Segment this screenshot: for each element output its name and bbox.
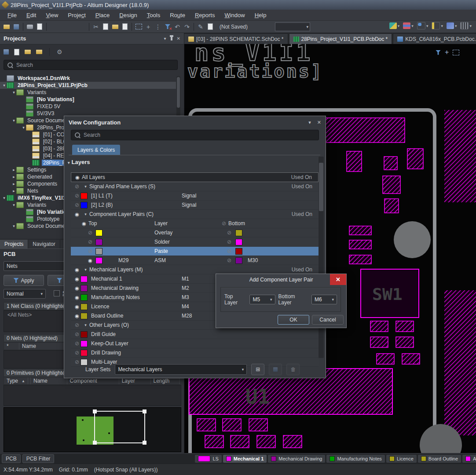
- save-icon[interactable]: [12, 22, 21, 31]
- layer-stack-icon[interactable]: [403, 22, 410, 29]
- tree-item[interactable]: FIXED 5V: [0, 103, 176, 110]
- color-swatch[interactable]: [81, 340, 88, 347]
- projects-search-input[interactable]: [15, 62, 165, 69]
- doc-tab-0[interactable]: [03] - 28PINS SCHEMATIC.SchDoc *: [184, 33, 288, 44]
- tree-item[interactable]: [No Variations]: [0, 96, 176, 103]
- eye-hidden-icon[interactable]: ⊘: [73, 348, 81, 357]
- menu-route[interactable]: Route: [165, 11, 190, 20]
- interactive-routing-icon[interactable]: [389, 22, 397, 29]
- layer-row-Drill Guide[interactable]: ⊘Drill Guide: [71, 330, 319, 339]
- measure-icon[interactable]: [432, 22, 440, 29]
- differential-pair-icon[interactable]: [417, 22, 425, 29]
- paste-array-icon[interactable]: [121, 22, 129, 31]
- doc-tab-2[interactable]: KDS_C6A816x_PCB.PcbDoc.htm: [393, 33, 476, 44]
- menu-place[interactable]: Place: [91, 11, 115, 20]
- browse-library-icon[interactable]: [206, 22, 215, 31]
- apply-button[interactable]: Apply: [4, 275, 44, 286]
- print-preview-icon[interactable]: [35, 22, 44, 31]
- add-layer-set-button[interactable]: ⊞: [251, 364, 264, 375]
- layer-row-Keep-Out Layer[interactable]: ⊘Keep-Out Layer: [71, 339, 319, 348]
- expand-arrow-icon[interactable]: ▾: [83, 210, 88, 219]
- eye-hidden-icon[interactable]: ⊘: [73, 339, 81, 348]
- zoom-in-icon[interactable]: [59, 22, 67, 31]
- layer-list-scrollbar-thumb[interactable]: [319, 163, 323, 211]
- prim-col-2[interactable]: Component: [67, 377, 119, 384]
- layer-row-Paste[interactable]: ⊘Paste⊘: [71, 247, 319, 256]
- layer-row-Solder[interactable]: ⊘Solder⊘: [71, 238, 319, 247]
- eye-visible-icon[interactable]: ◉: [73, 274, 81, 283]
- chevron-down-icon[interactable]: ▾: [398, 24, 400, 28]
- board-preview-viewport[interactable]: [94, 411, 145, 443]
- menu-project[interactable]: Project: [63, 11, 90, 20]
- expand-arrow-icon[interactable]: ▾: [2, 196, 7, 200]
- eye-hidden-icon[interactable]: ⊘: [87, 247, 94, 256]
- primitives-list[interactable]: [4, 385, 181, 406]
- menu-file[interactable]: File: [3, 11, 22, 20]
- copy-icon[interactable]: [101, 22, 110, 31]
- color-swatch[interactable]: [235, 230, 242, 236]
- color-swatch[interactable]: [81, 276, 88, 282]
- color-swatch[interactable]: [81, 202, 88, 208]
- ok-button[interactable]: OK: [278, 315, 309, 325]
- eye-hidden-icon[interactable]: ⊘: [220, 219, 227, 228]
- delete-layer-set-button[interactable]: 🗑: [286, 364, 300, 375]
- color-swatch[interactable]: [95, 257, 103, 264]
- eye-visible-icon[interactable]: ◉: [87, 256, 94, 265]
- eye-visible-icon[interactable]: ◉: [73, 210, 81, 219]
- expand-arrow-icon[interactable]: ▾: [83, 265, 88, 274]
- expand-arrow-icon[interactable]: ▸: [11, 182, 16, 186]
- eye-hidden-icon[interactable]: ⊘: [226, 238, 233, 246]
- layer-row-Drill Drawing[interactable]: ⊘Drill Drawing: [71, 348, 319, 358]
- layer-tab-mechanical-1[interactable]: Mechanical 1: [223, 455, 267, 463]
- eye-visible-icon[interactable]: ◉: [73, 311, 81, 320]
- save-layer-set-button[interactable]: [269, 364, 282, 375]
- color-swatch[interactable]: [95, 248, 103, 255]
- prim-col-0[interactable]: Type▲: [4, 377, 31, 384]
- panel-menu-icon[interactable]: ▾: [164, 36, 166, 41]
- layer-row-Component Layer Pairs (C)[interactable]: ◉▾Component Layer Pairs (C)Used On: [71, 210, 319, 219]
- panel-tab-navigator[interactable]: Navigator: [28, 240, 60, 248]
- tree-item[interactable]: ▾Variants: [0, 89, 176, 96]
- layer-sets-dropdown[interactable]: Mechanical Layers ▾: [115, 364, 247, 375]
- eye-hidden-icon[interactable]: ⊘: [226, 256, 233, 265]
- color-swatch[interactable]: [81, 331, 88, 338]
- color-swatch[interactable]: [235, 248, 242, 255]
- layer-row-All Layers[interactable]: ◉All LayersUsed On: [71, 172, 319, 182]
- project-options-icon[interactable]: [36, 50, 42, 54]
- save-project-icon[interactable]: [4, 49, 9, 55]
- color-swatch[interactable]: [81, 294, 88, 301]
- grid-settings-icon[interactable]: [460, 22, 469, 29]
- zoom-selected-icon[interactable]: [78, 22, 87, 31]
- chevron-down-icon[interactable]: ▾: [469, 24, 472, 28]
- bottom-layer-dropdown[interactable]: M6 ▾: [311, 295, 337, 304]
- title-bar[interactable]: 28Pins_Project_V1I1.PrjPcb - Altium Desi…: [0, 0, 476, 10]
- tree-item[interactable]: Workspace1.DsnWrk: [0, 75, 176, 82]
- layer-row-[2] L2 (B)[interactable]: ⊘[2] L2 (B)Signal: [71, 201, 319, 210]
- eye-visible-icon[interactable]: ◉: [73, 302, 81, 311]
- expand-arrow-icon[interactable]: ▾: [83, 182, 88, 191]
- panel-menu-icon[interactable]: ▾: [308, 120, 311, 125]
- layer-tab-asm-top[interactable]: ASM Top: [462, 455, 476, 463]
- expand-arrow-icon[interactable]: ▸: [11, 175, 16, 179]
- layer-row-Overlay[interactable]: ⊘Overlay⊘: [71, 228, 319, 238]
- layer-row-Signal And Plane Layers (S)[interactable]: ⊘▾Signal And Plane Layers (S)Used On: [71, 182, 319, 191]
- color-swatch[interactable]: [81, 303, 88, 310]
- compile-icon[interactable]: [14, 49, 19, 55]
- menu-tools[interactable]: Tools: [142, 11, 165, 20]
- view-config-search[interactable]: [71, 130, 319, 140]
- expand-arrow-icon[interactable]: ▾: [11, 203, 16, 207]
- layer-row-pairheader[interactable]: ◉TopLayer⊘Bottom: [71, 219, 319, 228]
- expand-arrow-icon[interactable]: ▾: [11, 118, 16, 123]
- move-object-icon[interactable]: +: [144, 22, 153, 31]
- expand-arrow-icon[interactable]: ▸: [11, 168, 16, 172]
- eye-hidden-icon[interactable]: ⊘: [73, 182, 81, 191]
- zoom-window-icon[interactable]: [49, 22, 58, 31]
- expand-arrow-icon[interactable]: ▾: [11, 90, 16, 95]
- clear-filter-icon[interactable]: ✕: [163, 22, 172, 31]
- color-swatch[interactable]: [235, 257, 242, 264]
- color-swatch[interactable]: [235, 239, 242, 245]
- prim-col-4[interactable]: Length: [151, 377, 180, 384]
- expand-arrow-icon[interactable]: ▾: [2, 83, 7, 88]
- expand-arrow-icon[interactable]: ▾: [83, 321, 88, 329]
- pin-icon[interactable]: [171, 37, 172, 40]
